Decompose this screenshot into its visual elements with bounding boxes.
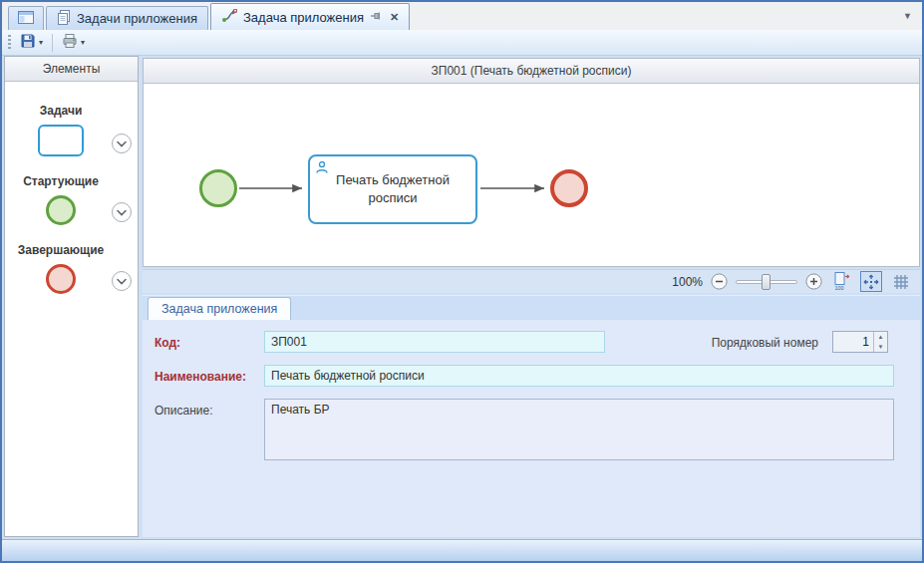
start-event-node[interactable] [199,169,237,207]
zoom-level-label: 100% [672,275,703,289]
name-field[interactable] [264,365,894,387]
tab-tasks-list[interactable]: Задачи приложения [46,6,208,30]
sequence-flows [144,84,919,266]
zoom-actual-size-button[interactable]: 100 [830,271,852,292]
end-event-shape[interactable] [46,264,76,294]
diagram-panel: ЗП001 (Печать бюджетной росписи) [143,58,920,267]
zoom-slider[interactable] [736,273,797,291]
chevron-down-icon: ▾ [39,39,43,47]
diagram-canvas[interactable]: Печать бюджетной росписи [144,84,919,266]
app-window: Задачи приложения Задача приложения ✕ [0,0,924,563]
zoom-slider-handle[interactable] [762,274,770,290]
palette-item-end: Завершающие [5,243,138,294]
close-icon[interactable]: ✕ [390,11,399,24]
fit-to-screen-button[interactable] [860,271,882,292]
pin-icon[interactable] [370,10,382,25]
stepper-arrows: ▲ ▼ [873,332,887,352]
print-icon [62,33,78,52]
stepper-down-icon[interactable]: ▼ [874,342,887,352]
save-button[interactable]: ▾ [15,30,48,55]
document-tabbar: Задачи приложения Задача приложения ✕ [2,2,922,30]
palette-item-label: Завершающие [11,243,111,257]
properties-tabstrip: Задача приложения [143,295,920,320]
order-stepper: ▲ ▼ [832,331,888,353]
user-icon [315,160,329,179]
editor-pane: ЗП001 (Печать бюджетной росписи) [143,56,920,537]
start-dropdown-button[interactable] [111,201,133,223]
pages-icon [57,10,71,28]
stepper-up-icon[interactable]: ▲ [874,332,887,342]
save-icon [20,33,36,52]
tab-overflow-icon[interactable]: ▼ [903,11,912,21]
main-area: Элементы Задачи [2,56,922,539]
form-tab-label: Задача приложения [161,302,277,316]
main-toolbar: ▾ ▾ [2,30,922,56]
chevron-down-icon: ▾ [81,39,85,47]
description-label: Описание: [154,404,213,418]
tab-label: Задача приложения [243,10,364,25]
order-field[interactable] [833,332,873,352]
tab-task-editor[interactable]: Задача приложения ✕ [210,3,410,30]
toolbar-separator [52,34,53,52]
properties-panel: Задача приложения Код: Порядковый номер … [143,295,920,537]
start-event-shape[interactable] [46,195,76,225]
task-node-label: Печать бюджетной росписи [320,171,465,207]
toolbar-grip[interactable] [8,35,11,51]
status-bar [2,539,922,561]
zoom-out-button[interactable] [711,273,728,290]
zoom-in-button[interactable] [805,273,822,290]
code-label: Код: [154,336,180,350]
window-layout-icon [18,11,34,27]
task-node[interactable]: Печать бюджетной росписи [308,154,477,224]
flow-icon [221,9,237,26]
palette-item-tasks: Задачи [5,104,138,156]
tasks-dropdown-button[interactable] [111,133,133,154]
palette-item-label: Стартующие [11,174,111,188]
task-shape[interactable] [38,125,84,156]
properties-form: Код: Порядковый номер ▲ ▼ Наименование: … [143,320,920,537]
palette-item-start: Стартующие [5,174,138,225]
tab-task-properties[interactable]: Задача приложения [148,297,291,320]
palette-body: Задачи Стартующие [5,82,138,294]
tab-home[interactable] [8,6,44,30]
diagram-title: ЗП001 (Печать бюджетной росписи) [144,59,919,84]
print-button[interactable]: ▾ [57,30,90,55]
tab-label: Задачи приложения [77,11,197,26]
zoom100-glyph: 100 [835,285,844,291]
grid-toggle-button[interactable] [890,271,912,292]
elements-palette: Элементы Задачи [4,56,139,537]
end-dropdown-button[interactable] [111,270,133,292]
end-event-node[interactable] [550,169,588,207]
order-label: Порядковый номер [661,336,818,350]
code-field[interactable] [264,331,605,353]
description-field[interactable]: Печать БР [264,399,894,460]
name-label: Наименование: [154,370,246,384]
palette-item-label: Задачи [11,104,111,118]
palette-title: Элементы [5,57,138,82]
zoom-bar: 100% [143,269,920,293]
